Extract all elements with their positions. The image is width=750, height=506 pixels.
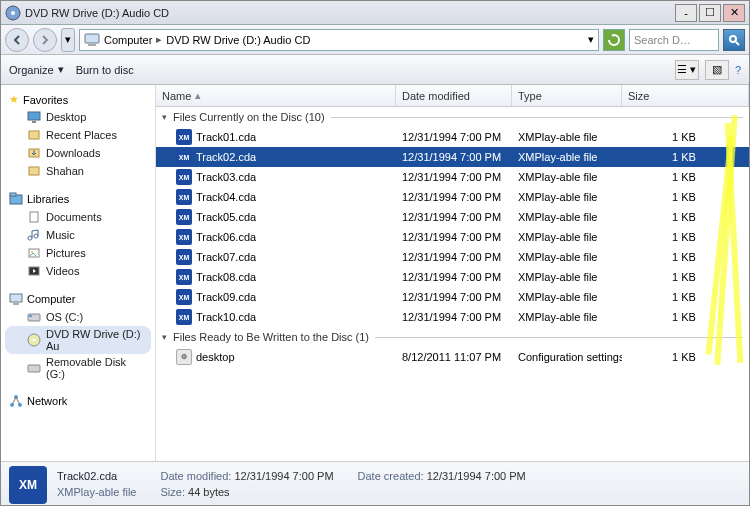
sidebar-item-desktop[interactable]: Desktop	[5, 108, 151, 126]
sidebar-item-documents[interactable]: Documents	[5, 208, 151, 226]
cda-file-icon: XM	[176, 129, 192, 145]
libraries-item-icon	[27, 228, 41, 242]
details-created: 12/31/1994 7:00 PM	[427, 470, 526, 482]
group-current-disc[interactable]: ▾ Files Currently on the Disc (10)	[156, 107, 749, 127]
file-row[interactable]: XMTrack07.cda12/31/1994 7:00 PMXMPlay-ab…	[156, 247, 749, 267]
column-size[interactable]: Size	[622, 85, 749, 106]
file-row[interactable]: XMTrack10.cda12/31/1994 7:00 PMXMPlay-ab…	[156, 307, 749, 327]
computer-item-icon	[27, 333, 41, 347]
file-row[interactable]: XMTrack08.cda12/31/1994 7:00 PMXMPlay-ab…	[156, 267, 749, 287]
file-row[interactable]: XMTrack02.cda12/31/1994 7:00 PMXMPlay-ab…	[156, 147, 749, 167]
file-row[interactable]: XMTrack05.cda12/31/1994 7:00 PMXMPlay-ab…	[156, 207, 749, 227]
app-icon	[5, 5, 21, 21]
cda-file-icon: XM	[176, 149, 192, 165]
dropdown-icon[interactable]: ▾	[588, 33, 594, 46]
refresh-button[interactable]	[603, 29, 625, 51]
svg-rect-17	[10, 294, 22, 302]
maximize-button[interactable]: ☐	[699, 4, 721, 22]
cda-file-icon: XM	[176, 169, 192, 185]
computer-item-icon	[27, 310, 41, 324]
cda-file-icon: XM	[176, 209, 192, 225]
preview-pane-button[interactable]: ▧	[705, 60, 729, 80]
sidebar-item-shahan[interactable]: Shahan	[5, 162, 151, 180]
libraries-item-icon	[27, 264, 41, 278]
column-date[interactable]: Date modified	[396, 85, 512, 106]
libraries-icon	[9, 192, 23, 206]
cda-file-icon: XM	[176, 229, 192, 245]
sidebar-item-recent-places[interactable]: Recent Places	[5, 126, 151, 144]
svg-rect-3	[88, 44, 96, 46]
file-row[interactable]: XMTrack09.cda12/31/1994 7:00 PMXMPlay-ab…	[156, 287, 749, 307]
file-row[interactable]: XMTrack06.cda12/31/1994 7:00 PMXMPlay-ab…	[156, 227, 749, 247]
svg-rect-20	[29, 315, 32, 317]
details-size: 44 bytes	[188, 486, 230, 498]
sidebar-item-pictures[interactable]: Pictures	[5, 244, 151, 262]
cda-file-icon: XM	[176, 249, 192, 265]
svg-rect-6	[28, 112, 40, 120]
ini-file-icon: ⚙	[176, 349, 192, 365]
file-row[interactable]: XMTrack01.cda12/31/1994 7:00 PMXMPlay-ab…	[156, 127, 749, 147]
address-bar[interactable]: Computer ▸ DVD RW Drive (D:) Audio CD ▾	[79, 29, 599, 51]
sidebar-item-dvd-rw-drive-d-au[interactable]: DVD RW Drive (D:) Au	[5, 326, 151, 354]
svg-point-22	[33, 339, 36, 342]
chevron-right-icon[interactable]: ▸	[156, 33, 162, 46]
file-type-icon: XM	[9, 466, 47, 504]
close-button[interactable]: ✕	[723, 4, 745, 22]
svg-rect-23	[28, 365, 40, 372]
column-name[interactable]: Name ▴	[156, 85, 396, 106]
favorites-item-icon	[27, 110, 41, 124]
title-bar: DVD RW Drive (D:) Audio CD ‐ ☐ ✕	[1, 1, 749, 25]
organize-menu[interactable]: Organize ▾	[9, 63, 64, 76]
favorites-item-icon	[27, 128, 41, 142]
chevron-down-icon: ▾	[58, 63, 64, 76]
cda-file-icon: XM	[176, 189, 192, 205]
sidebar-item-downloads[interactable]: Downloads	[5, 144, 151, 162]
column-type[interactable]: Type	[512, 85, 622, 106]
details-pane: XM Track02.cda Date modified: 12/31/1994…	[1, 461, 749, 506]
nav-pane: ★Favorites DesktopRecent PlacesDownloads…	[1, 85, 156, 461]
favorites-header[interactable]: ★Favorites	[5, 91, 151, 108]
file-row[interactable]: ⚙desktop8/12/2011 11:07 PMConfiguration …	[156, 347, 749, 367]
cda-file-icon: XM	[176, 289, 192, 305]
column-headers: Name ▴ Date modified Type Size	[156, 85, 749, 107]
favorites-item-icon	[27, 146, 41, 160]
computer-icon	[9, 292, 23, 306]
group-ready-to-write[interactable]: ▾ Files Ready to Be Written to the Disc …	[156, 327, 749, 347]
search-input[interactable]: Search D…	[629, 29, 719, 51]
search-button[interactable]	[723, 29, 745, 51]
svg-line-5	[736, 42, 739, 45]
libraries-header[interactable]: Libraries	[5, 190, 151, 208]
breadcrumb-location[interactable]: DVD RW Drive (D:) Audio CD	[166, 34, 310, 46]
svg-rect-7	[32, 121, 36, 123]
details-filetype: XMPlay-able file	[57, 486, 136, 498]
favorites-item-icon	[27, 164, 41, 178]
details-modified: 12/31/1994 7:00 PM	[234, 470, 333, 482]
star-icon: ★	[9, 93, 19, 106]
svg-rect-2	[85, 34, 99, 43]
help-button[interactable]: ?	[735, 60, 741, 80]
network-icon	[9, 394, 23, 408]
sidebar-item-os-c-[interactable]: OS (C:)	[5, 308, 151, 326]
history-dropdown[interactable]: ▾	[61, 28, 75, 52]
back-button[interactable]	[5, 28, 29, 52]
collapse-icon: ▾	[162, 112, 167, 122]
forward-button[interactable]	[33, 28, 57, 52]
libraries-item-icon	[27, 210, 41, 224]
sidebar-item-music[interactable]: Music	[5, 226, 151, 244]
sidebar-item-videos[interactable]: Videos	[5, 262, 151, 280]
network-header[interactable]: Network	[5, 392, 151, 410]
libraries-item-icon	[27, 246, 41, 260]
minimize-button[interactable]: ‐	[675, 4, 697, 22]
nav-bar: ▾ Computer ▸ DVD RW Drive (D:) Audio CD …	[1, 25, 749, 55]
sidebar-item-removable-disk-g-[interactable]: Removable Disk (G:)	[5, 354, 151, 382]
svg-rect-10	[29, 167, 39, 175]
file-row[interactable]: XMTrack04.cda12/31/1994 7:00 PMXMPlay-ab…	[156, 187, 749, 207]
breadcrumb-root[interactable]: Computer	[104, 34, 152, 46]
computer-item-icon	[27, 361, 41, 375]
file-row[interactable]: XMTrack03.cda12/31/1994 7:00 PMXMPlay-ab…	[156, 167, 749, 187]
view-options-button[interactable]: ☰ ▾	[675, 60, 699, 80]
computer-header[interactable]: Computer	[5, 290, 151, 308]
collapse-icon: ▾	[162, 332, 167, 342]
burn-to-disc-button[interactable]: Burn to disc	[76, 64, 134, 76]
svg-rect-12	[10, 193, 16, 196]
